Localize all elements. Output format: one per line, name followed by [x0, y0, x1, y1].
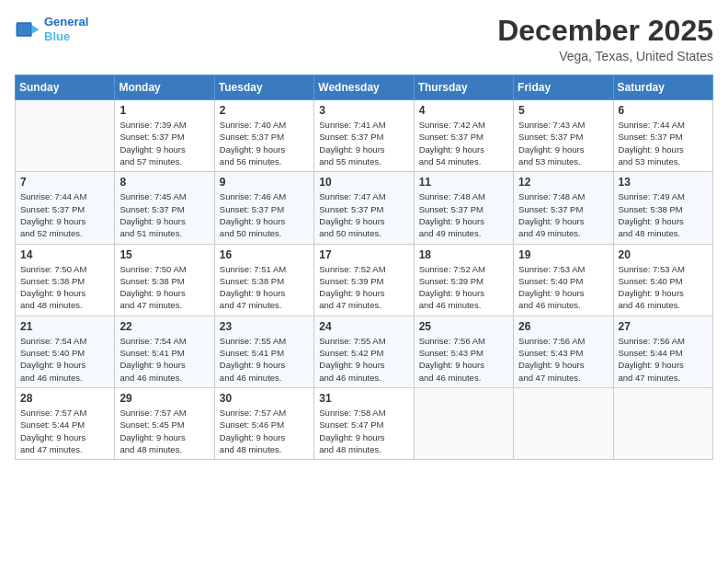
calendar-cell: 12Sunrise: 7:48 AMSunset: 5:37 PMDayligh… [514, 172, 613, 244]
day-number: 5 [518, 104, 608, 117]
logo: General Blue [15, 15, 88, 43]
cell-info: Sunrise: 7:49 AM [619, 190, 708, 202]
day-header-saturday: Saturday [613, 75, 712, 100]
day-number: 15 [119, 248, 209, 261]
day-number: 29 [119, 392, 209, 405]
calendar-cell: 4Sunrise: 7:42 AMSunset: 5:37 PMDaylight… [414, 100, 513, 172]
cell-info: Sunset: 5:37 PM [419, 131, 508, 143]
cell-info: and 46 minutes. [220, 372, 309, 384]
calendar-week-2: 7Sunrise: 7:44 AMSunset: 5:37 PMDaylight… [16, 172, 713, 244]
location: Vega, Texas, United States [497, 49, 713, 63]
cell-info: Sunrise: 7:46 AM [220, 190, 309, 202]
day-header-monday: Monday [115, 75, 214, 100]
cell-info: and 47 minutes. [619, 372, 708, 384]
cell-info: Sunrise: 7:55 AM [220, 335, 309, 347]
calendar-cell: 1Sunrise: 7:39 AMSunset: 5:37 PMDaylight… [115, 100, 214, 172]
cell-info: Sunrise: 7:57 AM [20, 407, 109, 419]
day-number: 2 [220, 104, 309, 117]
cell-info: Sunrise: 7:40 AM [220, 119, 309, 131]
calendar-cell: 24Sunrise: 7:55 AMSunset: 5:42 PMDayligh… [314, 316, 414, 387]
day-number: 8 [119, 176, 209, 189]
cell-info: Sunset: 5:38 PM [20, 275, 109, 287]
cell-info: and 48 minutes. [20, 299, 109, 311]
cell-info: Sunset: 5:43 PM [419, 347, 508, 359]
cell-info: Sunset: 5:44 PM [20, 419, 109, 431]
cell-info: and 57 minutes. [119, 155, 209, 167]
calendar-week-4: 21Sunrise: 7:54 AMSunset: 5:40 PMDayligh… [16, 316, 713, 387]
calendar-cell: 5Sunrise: 7:43 AMSunset: 5:37 PMDaylight… [514, 100, 613, 172]
cell-info: and 46 minutes. [518, 299, 608, 311]
cell-info: Sunset: 5:46 PM [220, 419, 309, 431]
cell-info: Sunrise: 7:44 AM [619, 119, 708, 131]
calendar-cell: 27Sunrise: 7:56 AMSunset: 5:44 PMDayligh… [613, 316, 712, 387]
cell-info: Daylight: 9 hours [20, 359, 109, 371]
logo-line2: Blue [44, 29, 70, 43]
cell-info: and 47 minutes. [518, 372, 608, 384]
calendar-cell: 8Sunrise: 7:45 AMSunset: 5:37 PMDaylight… [115, 172, 214, 244]
cell-info: Sunset: 5:37 PM [518, 203, 608, 215]
calendar-week-3: 14Sunrise: 7:50 AMSunset: 5:38 PMDayligh… [16, 244, 713, 316]
cell-info: Sunrise: 7:41 AM [319, 119, 408, 131]
cell-info: Sunrise: 7:39 AM [119, 119, 209, 131]
calendar-cell: 31Sunrise: 7:58 AMSunset: 5:47 PMDayligh… [314, 387, 414, 459]
calendar-cell: 7Sunrise: 7:44 AMSunset: 5:37 PMDaylight… [16, 172, 115, 244]
cell-info: Sunset: 5:38 PM [119, 275, 209, 287]
cell-info: Sunrise: 7:48 AM [518, 190, 608, 202]
calendar-header-row: SundayMondayTuesdayWednesdayThursdayFrid… [16, 75, 713, 100]
cell-info: Daylight: 9 hours [619, 287, 708, 299]
title-block: December 2025 Vega, Texas, United States [497, 15, 713, 63]
day-number: 18 [419, 248, 508, 261]
calendar-cell: 16Sunrise: 7:51 AMSunset: 5:38 PMDayligh… [214, 244, 313, 316]
cell-info: Sunrise: 7:57 AM [220, 407, 309, 419]
cell-info: and 49 minutes. [419, 227, 508, 239]
cell-info: Sunset: 5:44 PM [619, 347, 708, 359]
cell-info: and 46 minutes. [20, 372, 109, 384]
day-number: 9 [220, 176, 309, 189]
page-header: General Blue December 2025 Vega, Texas, … [15, 15, 713, 63]
day-number: 27 [619, 320, 708, 333]
cell-info: and 48 minutes. [619, 227, 708, 239]
cell-info: and 46 minutes. [419, 299, 508, 311]
cell-info: Sunset: 5:38 PM [220, 275, 309, 287]
cell-info: Sunset: 5:40 PM [20, 347, 109, 359]
calendar-cell: 2Sunrise: 7:40 AMSunset: 5:37 PMDaylight… [214, 100, 313, 172]
cell-info: Sunset: 5:38 PM [619, 203, 708, 215]
calendar-cell: 10Sunrise: 7:47 AMSunset: 5:37 PMDayligh… [314, 172, 414, 244]
cell-info: Sunrise: 7:53 AM [619, 263, 708, 275]
cell-info: Sunrise: 7:58 AM [319, 407, 408, 419]
calendar-cell: 30Sunrise: 7:57 AMSunset: 5:46 PMDayligh… [214, 387, 313, 459]
cell-info: Sunset: 5:37 PM [319, 131, 408, 143]
cell-info: Sunset: 5:37 PM [220, 131, 309, 143]
day-number: 23 [220, 320, 309, 333]
cell-info: Sunrise: 7:55 AM [319, 335, 408, 347]
svg-marker-1 [32, 25, 40, 33]
day-number: 20 [619, 248, 708, 261]
day-number: 6 [619, 104, 708, 117]
cell-info: Daylight: 9 hours [220, 287, 309, 299]
day-number: 30 [220, 392, 309, 405]
cell-info: Daylight: 9 hours [20, 287, 109, 299]
cell-info: and 46 minutes. [119, 372, 209, 384]
cell-info: Daylight: 9 hours [220, 431, 309, 443]
cell-info: Sunrise: 7:56 AM [619, 335, 708, 347]
cell-info: and 51 minutes. [119, 227, 209, 239]
day-number: 24 [319, 320, 408, 333]
cell-info: Sunrise: 7:42 AM [419, 119, 508, 131]
calendar-cell: 28Sunrise: 7:57 AMSunset: 5:44 PMDayligh… [16, 387, 115, 459]
calendar-cell: 21Sunrise: 7:54 AMSunset: 5:40 PMDayligh… [16, 316, 115, 387]
calendar-cell: 20Sunrise: 7:53 AMSunset: 5:40 PMDayligh… [613, 244, 712, 316]
cell-info: Daylight: 9 hours [319, 287, 408, 299]
day-header-thursday: Thursday [414, 75, 513, 100]
calendar-cell: 18Sunrise: 7:52 AMSunset: 5:39 PMDayligh… [414, 244, 513, 316]
cell-info: Daylight: 9 hours [518, 287, 608, 299]
cell-info: Sunset: 5:37 PM [419, 203, 508, 215]
calendar-cell: 14Sunrise: 7:50 AMSunset: 5:38 PMDayligh… [16, 244, 115, 316]
cell-info: Sunrise: 7:51 AM [220, 263, 309, 275]
cell-info: Sunset: 5:37 PM [619, 131, 708, 143]
cell-info: and 53 minutes. [518, 155, 608, 167]
calendar-cell [514, 387, 613, 459]
cell-info: Sunrise: 7:52 AM [419, 263, 508, 275]
cell-info: Daylight: 9 hours [518, 215, 608, 227]
cell-info: Daylight: 9 hours [119, 215, 209, 227]
day-header-sunday: Sunday [16, 75, 115, 100]
